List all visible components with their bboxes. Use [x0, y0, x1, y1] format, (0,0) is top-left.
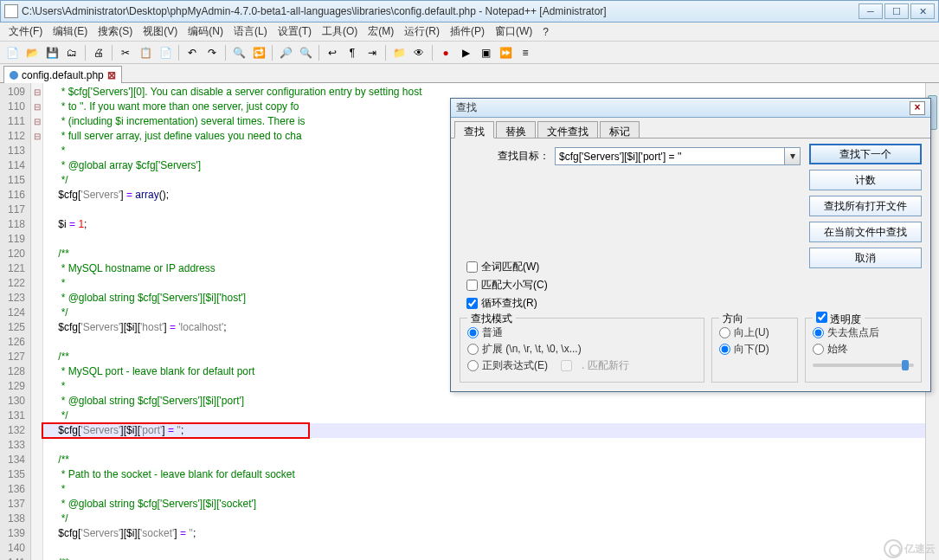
cancel-button[interactable]: 取消	[809, 248, 922, 268]
cut-icon[interactable]: ✂	[117, 44, 134, 61]
mode-extended[interactable]: 扩展 (\n, \r, \t, \0, \x...)	[467, 342, 697, 357]
dialog-titlebar[interactable]: 查找 ×	[451, 99, 930, 118]
menu-item[interactable]: ?	[537, 24, 554, 40]
list-icon[interactable]: ≡	[517, 44, 534, 61]
trans-always[interactable]: 始终	[813, 342, 914, 357]
file-tabbar: config.default.php ⊠	[0, 64, 939, 83]
minimize-button[interactable]: ─	[859, 3, 883, 19]
find-target-label: 查找目标：	[460, 149, 555, 164]
play-icon[interactable]: ▶	[457, 44, 474, 61]
mode-legend: 查找模式	[467, 312, 516, 326]
find-icon[interactable]: 🔍	[230, 44, 248, 61]
whole-word-check[interactable]: 全词匹配(W)	[466, 260, 548, 274]
dialog-title: 查找	[456, 100, 477, 115]
direction-group: 方向 向上(U) 向下(D)	[711, 318, 798, 383]
maximize-button[interactable]: ☐	[884, 3, 909, 19]
menu-item[interactable]: 编码(N)	[183, 23, 228, 41]
trans-onlose[interactable]: 失去焦点后	[813, 325, 914, 340]
menubar: 文件(F)编辑(E)搜索(S)视图(V)编码(N)语言(L)设置(T)工具(O)…	[0, 23, 939, 42]
indent-icon[interactable]: ⇥	[363, 44, 381, 61]
folder-icon[interactable]: 📁	[390, 44, 408, 61]
redo-icon[interactable]: ↷	[203, 44, 221, 61]
file-tab-label: config.default.php	[22, 69, 104, 81]
menu-item[interactable]: 设置(T)	[273, 23, 317, 41]
dialog-tab[interactable]: 文件查找	[537, 121, 598, 138]
ff-icon[interactable]: ⏩	[497, 44, 514, 61]
ws-icon[interactable]: ¶	[344, 44, 361, 61]
fold-gutter[interactable]: ⊟⊟⊟⊟	[31, 83, 43, 560]
menu-item[interactable]: 编辑(E)	[48, 23, 93, 41]
print-icon[interactable]: 🖨	[90, 44, 107, 61]
save-icon[interactable]: 💾	[43, 44, 61, 61]
menu-item[interactable]: 工具(O)	[317, 23, 363, 41]
dialog-tab[interactable]: 查找	[454, 121, 494, 138]
menu-item[interactable]: 搜索(S)	[93, 23, 138, 41]
menu-item[interactable]: 插件(P)	[445, 23, 490, 41]
dir-legend: 方向	[719, 312, 747, 326]
new-icon[interactable]: 📄	[3, 44, 21, 61]
find-target-input[interactable]	[555, 147, 785, 165]
window-title: C:\Users\Administrator\Desktop\phpMyAdmi…	[22, 5, 859, 17]
dir-up[interactable]: 向上(U)	[719, 325, 790, 340]
copy-icon[interactable]: 📋	[137, 44, 154, 61]
toolbar: 📄 📂 💾 🗂 🖨 ✂ 📋 📄 ↶ ↷ 🔍 🔁 🔎 🔍 ↩ ¶ ⇥ 📁 👁 ● …	[0, 42, 939, 64]
menu-item[interactable]: 语言(L)	[228, 23, 273, 41]
wrap-icon[interactable]: ↩	[324, 44, 341, 61]
find-dialog: 查找 × 查找替换文件查找标记 查找目标： ▾ 查找下一个 计数 查找所有打开文…	[450, 98, 931, 392]
dialog-tabs: 查找替换文件查找标记	[451, 118, 930, 138]
menu-item[interactable]: 运行(R)	[399, 23, 445, 41]
record-icon[interactable]: ●	[437, 44, 454, 61]
search-mode-group: 查找模式 普通 扩展 (\n, \r, \t, \0, \x...) 正则表达式…	[460, 318, 704, 383]
trans-enable-check[interactable]	[816, 312, 827, 323]
dialog-close-icon[interactable]: ×	[910, 101, 925, 115]
tab-close-icon[interactable]: ⊠	[107, 69, 116, 81]
close-button[interactable]: ✕	[910, 3, 935, 19]
find-in-current-button[interactable]: 在当前文件中查找	[809, 222, 922, 242]
dir-down[interactable]: 向下(D)	[719, 342, 790, 357]
wrap-around-check[interactable]: 循环查找(R)	[466, 296, 548, 311]
find-all-open-button[interactable]: 查找所有打开文件	[809, 196, 922, 216]
mode-normal[interactable]: 普通	[467, 325, 697, 340]
titlebar: C:\Users\Administrator\Desktop\phpMyAdmi…	[0, 0, 939, 23]
count-button[interactable]: 计数	[809, 170, 922, 190]
menu-item[interactable]: 视图(V)	[138, 23, 183, 41]
transparency-slider[interactable]	[813, 364, 914, 367]
replace-icon[interactable]: 🔁	[250, 44, 267, 61]
file-status-icon	[10, 71, 18, 80]
dropdown-icon[interactable]: ▾	[785, 147, 801, 165]
dialog-tab[interactable]: 标记	[600, 121, 640, 138]
paste-icon[interactable]: 📄	[157, 44, 174, 61]
save-all-icon[interactable]: 🗂	[63, 44, 80, 61]
monitor-icon[interactable]: 👁	[410, 44, 428, 61]
match-case-check[interactable]: 匹配大小写(C)	[466, 278, 548, 293]
mode-regex[interactable]: 正则表达式(E) . 匹配新行	[467, 358, 697, 373]
undo-icon[interactable]: ↶	[183, 44, 201, 61]
stop-icon[interactable]: ▣	[477, 44, 494, 61]
menu-item[interactable]: 宏(M)	[363, 23, 399, 41]
trans-legend: 透明度	[813, 312, 865, 327]
open-icon[interactable]: 📂	[23, 44, 41, 61]
dialog-tab[interactable]: 替换	[496, 121, 536, 138]
line-number-gutter: 1091101111121131141151161171181191201211…	[0, 83, 31, 560]
zoom-out-icon[interactable]: 🔍	[297, 44, 314, 61]
menu-item[interactable]: 文件(F)	[3, 23, 48, 41]
transparency-group: 透明度 失去焦点后 始终	[805, 318, 922, 383]
file-tab[interactable]: config.default.php ⊠	[3, 66, 122, 83]
app-icon	[4, 4, 18, 18]
menu-item[interactable]: 窗口(W)	[490, 23, 537, 41]
find-next-button[interactable]: 查找下一个	[809, 144, 922, 164]
zoom-in-icon[interactable]: 🔎	[277, 44, 294, 61]
